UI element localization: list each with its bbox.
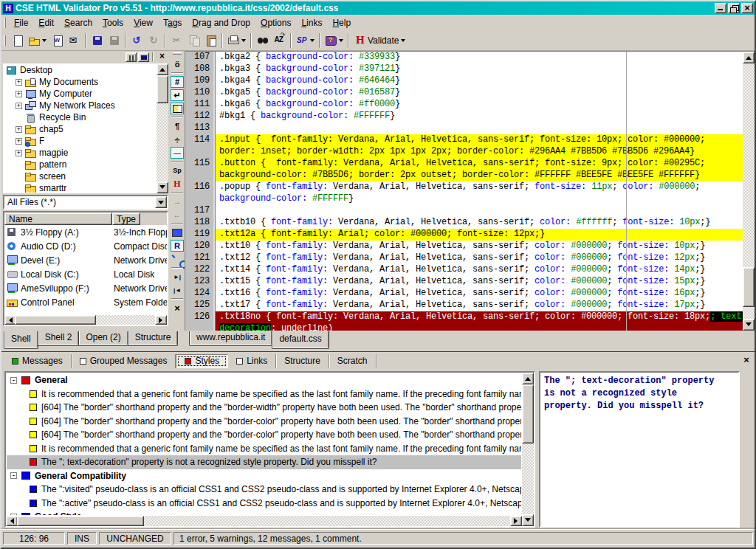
tab-open-2[interactable]: Open (2) (78, 331, 128, 346)
tab-shell-2[interactable]: Shell 2 (38, 331, 80, 346)
file-row[interactable]: Audio CD (D:) Compact Disc (4, 239, 167, 253)
line-number[interactable]: 120 (185, 241, 216, 252)
message-row[interactable]: General Compatibility (7, 469, 521, 483)
line-number[interactable]: 123 (185, 276, 216, 288)
combo-dropdown-button[interactable] (155, 196, 167, 208)
pane-maximize-button[interactable] (138, 52, 149, 62)
scroll-up-button[interactable] (743, 52, 755, 63)
line-number[interactable]: 110 (185, 87, 216, 99)
tree-item-f[interactable]: F (4, 135, 156, 147)
toolbar-button[interactable] (26, 32, 49, 49)
column-header[interactable]: Name (4, 213, 112, 225)
tree-item-network-places[interactable]: My Network Places (4, 100, 156, 111)
toolbar-button[interactable] (348, 33, 349, 48)
code-line[interactable]: 125 .txt17 { font-family: Verdana, Arial… (185, 300, 743, 311)
line-number[interactable] (185, 146, 216, 158)
message-detail-pane[interactable]: The "; text-decoration" property is not … (539, 371, 740, 528)
scroll-down-button[interactable] (743, 319, 755, 331)
line-number[interactable]: 115 (185, 158, 216, 170)
editor-toolbar-button[interactable] (171, 76, 184, 88)
code-line[interactable]: 111 .bkga6 { background-color: #ff0000} (185, 99, 743, 111)
toolbar-button[interactable] (225, 32, 248, 49)
code-line[interactable]: 119 .txt12a { font-family: Arial; color:… (185, 229, 743, 241)
editor-toolbar-button[interactable] (171, 192, 183, 193)
code-line[interactable]: 123 .txt15 { font-family: Verdana, Arial… (185, 276, 743, 288)
scrollbar-thumb[interactable] (17, 516, 144, 526)
editor-toolbar-button[interactable] (171, 89, 184, 101)
line-number[interactable]: 112 (185, 111, 216, 122)
code-line[interactable]: 112 #bkg1 { background-color: #FFFFFF} (185, 111, 743, 122)
tab-shell[interactable]: Shell (4, 331, 38, 349)
editor-toolbar-button[interactable] (171, 58, 184, 70)
tree-item-magpie[interactable]: magpie (4, 147, 156, 159)
toolbar-button[interactable] (128, 32, 145, 49)
toolbar-button[interactable] (168, 32, 185, 49)
menu-tools[interactable]: Tools (97, 16, 128, 30)
tree-item-desktop[interactable]: Desktop (4, 64, 156, 76)
message-row[interactable]: The "; text-decoration" property is not … (7, 455, 521, 469)
scroll-up-button[interactable] (522, 373, 534, 384)
expand-plus-icon[interactable] (16, 79, 22, 86)
code-line[interactable]: background-color: #FFFFFF} (185, 193, 743, 205)
code-line[interactable]: 120 .txt10 { font-family: Verdana, Arial… (185, 241, 743, 252)
tab-structure-left[interactable]: Structure (128, 331, 179, 346)
code-line[interactable]: 108 .bkga3 { background-color: #397121} (185, 63, 743, 75)
menu-view[interactable]: View (128, 16, 158, 30)
vtoolbar-grip[interactable] (173, 52, 182, 55)
expand-plus-icon[interactable] (16, 103, 22, 109)
code-line[interactable]: background-color: #7BB5D6; border: 2px o… (185, 170, 743, 182)
toolbar-button[interactable] (89, 32, 106, 49)
code-line[interactable]: 117 (185, 205, 743, 217)
toolbar-grip[interactable] (4, 35, 6, 46)
tree-item-my-computer[interactable]: My Computer (4, 88, 156, 100)
tab-links[interactable]: Links (228, 354, 276, 368)
message-list[interactable]: General It is recommended that a generic… (4, 371, 535, 528)
code-line[interactable]: 115 .button { font-family: Verdana, Aria… (185, 158, 743, 170)
tree-item-my-documents[interactable]: My Documents (4, 76, 156, 88)
message-list-scrollbar[interactable] (522, 373, 534, 526)
tree-item-recycle-bin[interactable]: Recycle Bin (4, 111, 156, 123)
pane-close-button[interactable] (157, 52, 168, 62)
code-line[interactable]: 114 .input { font-family: Verdana, Arial… (185, 134, 743, 146)
collapse-minus-icon[interactable] (10, 472, 17, 479)
code-editor[interactable]: 107 .bkga2 { background-color: #339933} … (185, 51, 755, 331)
menu-help[interactable]: Help (327, 16, 356, 30)
scrollbar-thumb[interactable] (743, 267, 755, 307)
code-line[interactable]: decoration: underline) (185, 323, 743, 331)
file-row[interactable]: 3½ Floppy (A:) 3½-Inch Flopp (4, 225, 167, 239)
toolbar-button[interactable] (49, 32, 66, 49)
editor-toolbar-button[interactable] (171, 161, 183, 162)
line-number[interactable] (185, 323, 216, 331)
scrollbar-thumb[interactable] (157, 75, 168, 103)
scroll-down-button[interactable] (157, 182, 168, 193)
message-row[interactable]: [604] The "border" shorthand property an… (7, 401, 521, 415)
menu-tags[interactable]: Tags (158, 16, 187, 30)
minimize-button[interactable] (715, 3, 726, 13)
close-message-pane-button[interactable] (740, 356, 752, 366)
toolbar-button[interactable] (221, 33, 223, 48)
line-number[interactable]: 124 (185, 288, 216, 300)
toolbar-button[interactable] (323, 32, 346, 49)
line-number[interactable]: 121 (185, 252, 216, 264)
tree-item-smarttr[interactable]: smarttr (4, 182, 156, 193)
menu-links[interactable]: Links (296, 16, 327, 30)
toolbar-button[interactable] (145, 32, 162, 49)
editor-toolbar-button[interactable] (171, 253, 184, 265)
tab-scratch[interactable]: Scratch (329, 354, 377, 368)
tab-default-css[interactable]: default.css (272, 331, 329, 349)
toolbar-button[interactable] (294, 32, 317, 49)
scrollbar-thumb[interactable] (522, 384, 534, 443)
scrollbar-thumb[interactable] (15, 315, 96, 325)
editor-toolbar-button[interactable] (171, 209, 184, 221)
line-number[interactable]: 117 (185, 205, 216, 217)
column-header[interactable]: Type (112, 213, 140, 225)
toolbar-button[interactable] (185, 32, 202, 49)
toolbar-button[interactable] (254, 32, 271, 49)
message-row[interactable]: The ":active" pseudo-class is an officia… (7, 497, 521, 511)
toolbar-button[interactable] (319, 33, 320, 48)
editor-toolbar-button[interactable] (171, 267, 183, 269)
folder-tree[interactable]: Desktop My Documents My Computer (3, 63, 168, 193)
editor-toolbar-button[interactable] (171, 165, 184, 176)
code-line[interactable]: 109 .bkga4 { background-color: #646464} (185, 75, 743, 87)
message-row[interactable]: Good Style (7, 510, 521, 515)
